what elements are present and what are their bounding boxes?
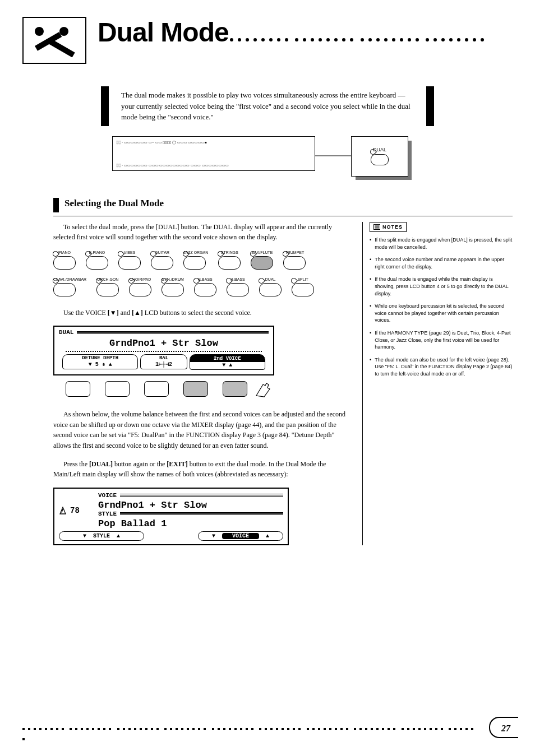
- lcd-button-4: [183, 381, 208, 397]
- lcd2-voice-label: VOICE: [98, 492, 117, 499]
- voice-btn-abass: [227, 283, 249, 296]
- dual-callout: DUAL: [351, 136, 407, 175]
- section-title: Selecting the Dual Mode: [64, 198, 164, 209]
- note-1: If the split mode is engaged when [DUAL]…: [375, 236, 513, 251]
- footer-dots: [22, 722, 482, 726]
- intro-bar-right: [426, 86, 434, 126]
- svg-point-3: [35, 27, 44, 36]
- lcd-title: DUAL: [59, 329, 73, 336]
- tools-icon: [29, 24, 80, 57]
- lcd-dual-display: DUAL GrndPno1 + Str Slow DETUNE DEPTH ▼ …: [53, 326, 274, 375]
- intro-bar-left: [101, 86, 109, 126]
- lcd-button-2: [105, 381, 130, 397]
- lcd-2ndvoice-label: 2nd VOICE: [214, 356, 241, 361]
- intro-block: The dual mode makes it possible to play …: [101, 86, 434, 126]
- lcd-bal-label: BAL: [144, 355, 183, 361]
- voice-btn-ebass: [194, 283, 216, 296]
- voice-selector-illustration: PIANO E.PIANO VIBES GUITAR JAZZ ORGAN ST…: [53, 251, 352, 296]
- header-dots: [230, 34, 488, 44]
- lcd-bal-value: 1⊢┼⊣2: [144, 361, 183, 368]
- dual-button-icon: [371, 154, 389, 165]
- note-5: If the HARMONY TYPE (page 29) is Duet, T…: [375, 330, 513, 351]
- lcd2-tempo: 78: [70, 506, 80, 515]
- main-column: To select the dual mode, press the [DUAL…: [53, 222, 362, 545]
- page-number: 27: [501, 723, 510, 734]
- voice-btn-dual: [259, 283, 282, 296]
- paragraph-3: As shown below, the volume balance betwe…: [53, 409, 352, 451]
- note-3: If the dual mode is engaged while the ma…: [375, 276, 513, 297]
- voice-btn-split: [292, 283, 314, 296]
- voice-btn-epiano: [86, 256, 108, 270]
- lcd-main-display: 78 VOICE GrndPno1 + Str Slow STYLE: [53, 488, 289, 545]
- callout-connector: [315, 136, 351, 175]
- lcd2-style-pill: ▼ STYLE ▲: [59, 531, 144, 541]
- note-4: While one keyboard percussion kit is sel…: [375, 303, 513, 324]
- paragraph-2: Use the VOICE [▼] and [▲] LCD buttons to…: [53, 308, 352, 318]
- voice-btn-orchgon: [96, 283, 119, 296]
- paragraph-1: To select the dual mode, press the [DUAL…: [53, 222, 352, 243]
- svg-point-2: [59, 27, 68, 36]
- voice-btn-strings: [218, 256, 241, 270]
- lcd-detune-value: ▼ 5 ⇞ ▲: [66, 361, 134, 368]
- voice-btn-trumpet: [283, 256, 306, 270]
- lcd2-voice: GrndPno1 + Str Slow: [98, 500, 283, 511]
- notes-badge: NOTES: [370, 222, 407, 233]
- section-heading: Selecting the Dual Mode: [53, 198, 513, 216]
- voice-btn-vibes: [118, 256, 141, 270]
- notes-column: NOTES If the split mode is engaged when …: [362, 222, 513, 545]
- lcd-2ndvoice-value: ▼ ▲: [190, 362, 265, 368]
- lcd-buttons-row: [53, 379, 352, 399]
- panel-illustration: ░░ ◦ ▭▭▭▭▭▭▭ ▭◦◦ ▭▭ ▯▯▯▯▯ ◯ ▭▭▭ ▭▭▭▭▭■ ░…: [112, 136, 315, 171]
- voice-btn-guitar: [151, 256, 173, 270]
- section-icon-box: [22, 17, 86, 64]
- page-title: Dual Mode: [98, 17, 229, 48]
- lcd2-style-label: STYLE: [98, 511, 117, 517]
- note-6: The dual mode can also be used for the l…: [375, 356, 513, 378]
- voice-btn-piano: [53, 256, 76, 270]
- intro-text: The dual mode makes it possible to play …: [109, 86, 426, 126]
- voice-btn-choir: [129, 283, 151, 296]
- lcd-button-5: [223, 381, 247, 397]
- lcd2-style: Pop Ballad 1: [98, 518, 283, 529]
- svg-rect-1: [48, 39, 75, 57]
- notes-icon: [373, 224, 380, 230]
- voice-btn-saxflute: [251, 256, 273, 270]
- lcd-button-3: [144, 381, 169, 397]
- paragraph-4: Press the [DUAL] button again or the [EX…: [53, 459, 352, 480]
- pointing-hand-icon: [253, 379, 273, 399]
- voice-btn-clavi: [53, 283, 76, 296]
- lcd-button-1: [66, 381, 90, 397]
- note-2: The second voice number and name appears…: [375, 256, 513, 270]
- voice-btn-syn: [162, 283, 184, 296]
- panel-illustration-row: ░░ ◦ ▭▭▭▭▭▭▭ ▭◦◦ ▭▭ ▯▯▯▯▯ ◯ ▭▭▭ ▭▭▭▭▭■ ░…: [112, 136, 513, 175]
- lcd-detune-label: DETUNE DEPTH: [66, 355, 134, 361]
- lcd-voice: GrndPno1 + Str Slow: [66, 336, 262, 352]
- voice-btn-jazzorgan: [183, 256, 206, 270]
- lcd2-voice-pill: ▼ VOICE ▲: [198, 531, 283, 541]
- metronome-icon: [59, 507, 67, 514]
